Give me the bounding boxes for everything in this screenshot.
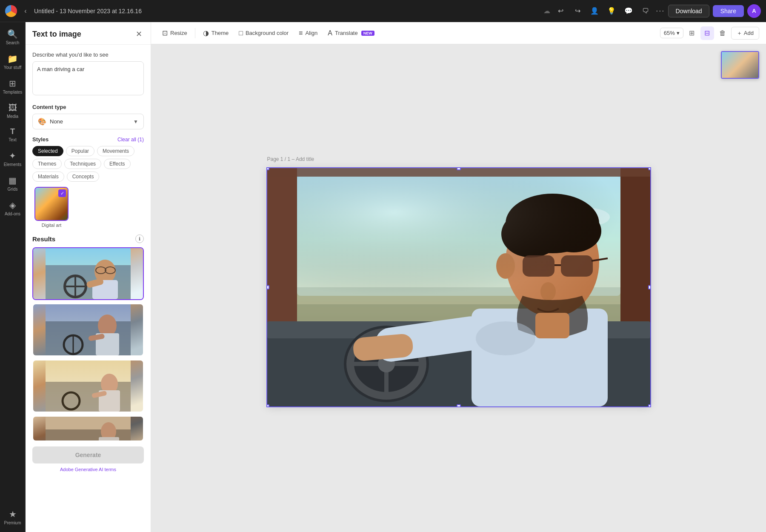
user-icon[interactable]: 👤 [588,4,601,18]
undo-button[interactable]: ↩ [554,4,567,18]
bg-color-icon: □ [239,29,243,37]
comment-icon[interactable]: 💬 [622,4,635,18]
add-button[interactable]: ＋ Add [731,27,759,40]
style-tag-popular[interactable]: Popular [66,146,94,156]
download-button[interactable]: Download [668,5,709,17]
content-type-select: 🎨 None ▼ [32,114,144,129]
main-car-svg [267,168,650,406]
canvas-wrapper: Page 1 / 1 – Add title [267,168,650,408]
align-label: Align [305,30,317,36]
sidebar-item-add-ons[interactable]: ◈ Add-ons [2,197,24,220]
result-image-4 [33,417,143,441]
zoom-selector[interactable]: 65% ▾ [660,28,683,38]
sidebar-label-templates: Templates [3,90,23,94]
car-scene-svg-4 [33,417,143,441]
result-item-2[interactable] [32,303,144,356]
text-to-image-panel: Text to image ✕ Describe what you'd like… [26,22,151,532]
style-tag-movements[interactable]: Movements [97,146,134,156]
style-tag-selected[interactable]: Selected [32,146,63,156]
page-label: Page 1 / 1 – Add title [267,156,314,162]
theme-button[interactable]: ◑ Theme [199,26,233,40]
sidebar-item-media[interactable]: 🖼 Media [2,100,24,122]
app-logo[interactable] [5,5,17,17]
share-button[interactable]: Share [713,5,744,17]
clear-all-button[interactable]: Clear all (1) [117,137,144,143]
chevron-down-icon: ▼ [133,119,138,125]
sidebar-item-text[interactable]: T Text [2,124,24,146]
redo-button[interactable]: ↪ [571,4,584,18]
sidebar-item-templates[interactable]: ⊞ Templates [2,75,24,98]
content-type-button[interactable]: 🎨 None ▼ [32,114,144,129]
add-label: Add [744,30,754,36]
chat-icon[interactable]: 🗨 [639,4,652,18]
car-scene-svg-1 [33,248,143,299]
selection-handle-tm[interactable] [457,168,461,170]
style-tag-techniques[interactable]: Techniques [64,159,101,169]
ai-terms-link[interactable]: Adobe Generative AI terms [32,467,144,472]
grids-icon: ▦ [9,175,17,186]
main-layout: 🔍 Search 📁 Your stuff ⊞ Templates 🖼 Medi… [0,22,766,532]
selection-handle-br[interactable] [648,404,650,406]
svg-rect-26 [99,437,119,441]
theme-label: Theme [212,30,229,36]
selection-handle-mr[interactable] [648,285,650,289]
style-card-digital-art[interactable]: ✓ Digital art [32,187,71,228]
results-grid [32,247,144,441]
canvas-area[interactable]: Page 1 / 1 – Add title [151,44,766,532]
resize-icon: ⊡ [162,29,168,37]
resize-button[interactable]: ⊡ Resize [158,26,192,40]
elements-icon: ✦ [9,151,16,161]
canvas-frame[interactable]: ↻ ✕ [267,168,650,406]
selection-handle-tl[interactable] [267,168,269,170]
background-color-button[interactable]: □ Background color [234,27,293,40]
more-options-button[interactable]: ··· [656,6,665,15]
back-button[interactable]: ‹ [20,6,31,16]
align-button[interactable]: ≡ Align [294,27,322,40]
selection-handle-bm[interactable] [457,404,461,406]
separator-1 [195,28,195,38]
add-ons-icon: ◈ [9,200,16,210]
canvas-toolbar: ⊡ Resize ◑ Theme □ Background color ≡ Al… [151,22,766,44]
describe-label: Describe what you'd like to see [32,51,144,58]
svg-point-59 [476,321,535,355]
describe-textarea[interactable]: A man driving a car [32,61,144,95]
page-thumbnail[interactable] [721,51,759,79]
premium-icon: ★ [9,509,17,519]
sidebar-item-premium[interactable]: ★ Premium [2,506,24,529]
selection-handle-bl[interactable] [267,404,269,406]
results-info-button[interactable]: ℹ [135,235,144,243]
style-tag-themes[interactable]: Themes [32,159,62,169]
sidebar-item-elements[interactable]: ✦ Elements [2,147,24,170]
svg-rect-60 [297,177,620,296]
style-tag-concepts[interactable]: Concepts [67,172,100,182]
delete-button[interactable]: 🗑 [716,26,729,40]
translate-button[interactable]: A Translate NEW [323,27,378,40]
sidebar-item-your-stuff[interactable]: 📁 Your stuff [2,50,24,73]
bg-color-label: Background color [246,30,289,36]
panel-close-button[interactable]: ✕ [134,29,144,39]
layout-button[interactable]: ⊟ [700,26,714,40]
avatar[interactable]: A [747,4,761,18]
result-item-1[interactable] [32,247,144,300]
style-card-label: Digital art [42,223,61,228]
result-item-3[interactable] [32,360,144,412]
translate-label: Translate [335,30,358,36]
document-title: Untitled - 13 November 2023 at 12.16.16 [34,8,538,14]
sidebar-item-search[interactable]: 🔍 Search [2,26,24,49]
topbar-actions: ↩ ↪ 👤 💡 💬 🗨 ··· Download Share A [554,4,761,18]
style-tag-effects[interactable]: Effects [104,159,130,169]
toolbar-right-actions: 65% ▾ ⊞ ⊟ 🗑 ＋ Add [660,26,759,40]
content-type-label: Content type [32,104,144,110]
car-scene-svg-2 [33,304,143,355]
result-item-4[interactable] [32,416,144,441]
grid-view-button[interactable]: ⊞ [685,26,699,40]
selection-handle-ml[interactable] [267,285,269,289]
style-tag-materials[interactable]: Materials [32,172,64,182]
theme-icon: ◑ [203,29,209,37]
styles-header: Styles Clear all (1) [32,136,144,143]
lightbulb-icon[interactable]: 💡 [605,4,618,18]
result-image-2 [33,304,143,355]
sidebar-item-grids[interactable]: ▦ Grids [2,172,24,195]
topbar: ‹ Untitled - 13 November 2023 at 12.16.1… [0,0,766,22]
generate-button[interactable]: Generate [32,446,144,463]
